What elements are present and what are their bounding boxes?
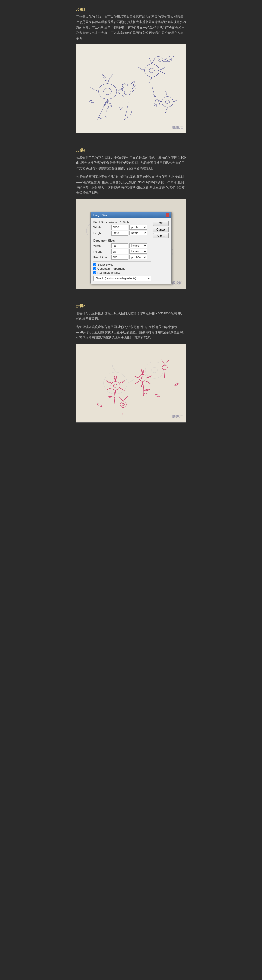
step4-title: 步骤4 — [76, 148, 186, 153]
doc-height-input[interactable] — [111, 249, 128, 254]
step4-scan-with-dialog: Image Size ✕ Pixel Dimensions: 103.0M Wi… — [76, 199, 186, 289]
step5-text1: 现在你可以选择圆形画笔工具,或任何其他清洁你所选择的Photoshop笔刷,并开… — [76, 311, 186, 321]
svg-rect-12 — [76, 344, 186, 422]
watermark-step4: 嗷没汇 — [172, 281, 182, 285]
dialog-title: Image Size — [93, 213, 108, 216]
resolution-input[interactable] — [111, 255, 128, 260]
step3-text: 开始素描你的主题。你可以使用尽可能多或尽可能少的不同的花你喜欢,但我喜欢总是因为… — [76, 14, 186, 41]
constrain-proportions-label: Constrain Proportions — [98, 267, 125, 270]
scale-styles-checkbox[interactable] — [93, 263, 96, 266]
step5-section: 步骤5 现在你可以选择圆形画笔工具,或任何其他清洁你所选择的Photoshop笔… — [76, 304, 186, 340]
doc-width-label: Width: — [93, 244, 110, 247]
pixel-dimensions-header: Pixel Dimensions: 103.0M — [93, 221, 151, 224]
resolution-unit-select[interactable]: pixels/inch — [129, 255, 147, 259]
step5-sketch-image: 嗷没汇 — [76, 344, 186, 423]
width-input[interactable] — [111, 225, 128, 230]
step5-title: 步骤5 — [76, 304, 186, 309]
doc-height-label: Height: — [93, 250, 110, 253]
step5-text2: 当你画线条宽度应该各有不同,让你的线条更有活力。你没有关闭每个形状neatly-… — [76, 324, 186, 340]
scale-styles-label: Scale Styles — [98, 263, 114, 266]
watermark-step5: 嗷没汇 — [172, 414, 183, 419]
resample-label: Resample Image: — [98, 271, 120, 274]
height-input[interactable] — [111, 231, 128, 235]
resample-checkbox[interactable] — [93, 271, 96, 274]
height-unit-select[interactable]: pixels — [129, 231, 147, 235]
step3-sketch-image: 嗷没汇 — [76, 44, 186, 134]
cancel-button[interactable]: Cancel — [153, 227, 169, 232]
doc-width-input[interactable] — [111, 243, 128, 248]
auto-button[interactable]: Auto... — [153, 233, 169, 239]
step4-text1: 如果你有了你的花在实际大小您想要使用在你最后的模式中,扫描你的草图在300 dp… — [76, 155, 186, 171]
document-size-header: Document Size: — [93, 239, 151, 242]
doc-width-unit-select[interactable]: inches cm pixels — [129, 243, 147, 248]
constrain-proportions-checkbox[interactable] — [93, 267, 96, 270]
doc-height-unit-select[interactable]: inches — [129, 249, 147, 254]
step3-title: 步骤3 — [76, 7, 186, 12]
step4-section: 步骤4 如果你有了你的花在实际大小您想要使用在你最后的模式中,扫描你的草图在30… — [76, 148, 186, 196]
ok-button[interactable]: OK — [153, 221, 169, 226]
image-size-dialog[interactable]: Image Size ✕ Pixel Dimensions: 103.0M Wi… — [90, 212, 172, 284]
step4-text2: 如果你的画图案小于你想他们在最终的模式,随意伸展你的扫描任意大小按规划——>控制… — [76, 174, 186, 196]
height-label: Height: — [93, 232, 110, 235]
dialog-titlebar: Image Size ✕ — [91, 212, 171, 218]
resample-method-select[interactable]: Bicubic (best for smooth gradients) — [93, 276, 151, 281]
resolution-label: Resolution: — [93, 256, 110, 259]
width-unit-select[interactable]: pixels — [129, 225, 147, 229]
watermark-step3: 嗷没汇 — [172, 125, 183, 130]
width-label: Width: — [93, 226, 110, 229]
dialog-close-button[interactable]: ✕ — [166, 213, 169, 217]
step3-section: 步骤3 开始素描你的主题。你可以使用尽可能多或尽可能少的不同的花你喜欢,但我喜欢… — [76, 7, 186, 41]
